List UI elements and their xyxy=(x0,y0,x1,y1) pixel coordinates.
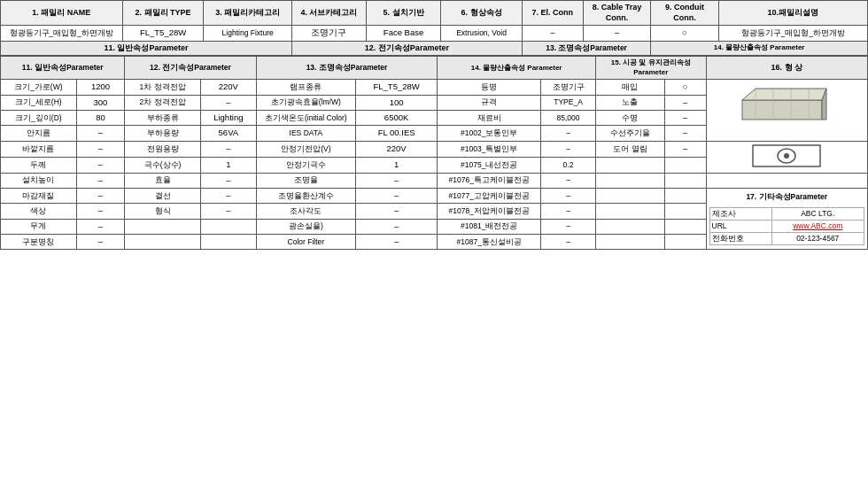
url-label: URL xyxy=(709,221,771,233)
right-col: 17. 기타속성Parameter 제조사 ABC LTG. URL www.A… xyxy=(706,188,867,249)
param-row: 마감재질–결선–조명율환산계수–#1077_고압케이블전공–17. 기타속성Pa… xyxy=(1,188,868,203)
elec-label: 부하용량 xyxy=(125,126,201,141)
elec-label: 2차 정격전압 xyxy=(125,95,201,110)
maint-value: – xyxy=(664,126,706,141)
light-label: Color Filter xyxy=(256,234,355,249)
light-label: 조명율환산계수 xyxy=(256,188,355,203)
light-value: – xyxy=(355,204,437,219)
elec-label xyxy=(125,234,201,249)
col7-header: 7. El. Conn xyxy=(522,1,583,26)
light-value: 100 xyxy=(355,95,437,110)
phone-value: 02-123-4567 xyxy=(771,233,864,245)
maint-label xyxy=(595,234,664,249)
col5-header: 5. 설치기반 xyxy=(367,1,441,26)
qty-label: #1075_내선전공 xyxy=(438,157,541,173)
param-row: 설치높이–효율–조명율–#1076_특고케이블전공– xyxy=(1,173,868,188)
param-row: 크기_가로(W)12001차 정격전압220V램프종류FL_T5_28W등명조명… xyxy=(1,80,868,95)
family-install: Face Base xyxy=(367,26,441,41)
family-type: FL_T5_28W xyxy=(122,26,204,41)
light-label: 조사각도 xyxy=(256,204,355,219)
general-label: 색상 xyxy=(1,204,77,219)
elec-label: 극수(상수) xyxy=(125,157,201,173)
qty-label: #1002_보통인부 xyxy=(438,126,541,141)
qty-value: – xyxy=(541,141,596,157)
general-value: – xyxy=(76,157,125,173)
family-category: Lighting Fixture xyxy=(204,26,291,41)
light-label: 초기광속효율(lm/W) xyxy=(256,95,355,110)
qty-value: – xyxy=(541,234,596,249)
light-label: 조명율 xyxy=(256,173,355,188)
light-value: 1 xyxy=(355,157,437,173)
svg-marker-1 xyxy=(742,89,826,100)
params-table: 11. 일반속성Parameter 12. 전기속성Parameter 13. … xyxy=(0,56,868,250)
qty-label: 등명 xyxy=(438,80,541,95)
maint-label: 매입 xyxy=(595,80,664,95)
s12-label: 12. 전기속성Parameter xyxy=(125,57,256,80)
general-label: 마감재질 xyxy=(1,188,77,203)
family-shape: Extrusion, Void xyxy=(441,26,523,41)
qty-value: – xyxy=(541,173,596,188)
section2-header-row: 11. 일반속성Parameter 12. 전기속성Parameter 13. … xyxy=(1,41,868,56)
qty-value: – xyxy=(541,204,596,219)
col4-header: 4. 서브카테고리 xyxy=(291,1,366,26)
family-cable: – xyxy=(583,26,650,41)
general-label: 설치높이 xyxy=(1,173,77,188)
light-label: 램프종류 xyxy=(256,80,355,95)
phone-label: 전화번호 xyxy=(709,233,771,245)
maint-label xyxy=(595,157,664,173)
general-label: 구분명칭 xyxy=(1,234,77,249)
maint-value: – xyxy=(664,110,706,125)
col1-header: 1. 패밀리 NAME xyxy=(1,1,123,26)
maint-value xyxy=(664,204,706,219)
qty-value: – xyxy=(541,188,596,203)
col2-header: 2. 패밀리 TYPE xyxy=(122,1,204,26)
url-value[interactable]: www.ABC.com xyxy=(771,221,864,233)
general-value: – xyxy=(76,234,125,249)
right-col xyxy=(706,141,867,173)
maint-label: 수명 xyxy=(595,110,664,125)
main-table: 1. 패밀리 NAME 2. 패밀리 TYPE 3. 패밀리카테고리 4. 서브… xyxy=(0,0,868,56)
maint-label: 수선주기율 xyxy=(595,126,664,141)
s14-header: 14. 물량산출속성 Parameter xyxy=(651,41,868,56)
light-value: – xyxy=(355,188,437,203)
qty-value: 0.2 xyxy=(541,157,596,173)
qty-label: #1078_저압케이블전공 xyxy=(438,204,541,219)
elec-label: 전원용량 xyxy=(125,141,201,157)
general-value: – xyxy=(76,141,125,157)
s15-label: 15. 시공 및 유지관리속성 Parameter xyxy=(595,57,706,80)
elec-label: 형식 xyxy=(125,204,201,219)
light-value: – xyxy=(355,234,437,249)
elec-value: – xyxy=(200,188,256,203)
maint-label xyxy=(595,219,664,234)
light-value: – xyxy=(355,173,437,188)
light-label: 안정기극수 xyxy=(256,157,355,173)
maint-value: – xyxy=(664,95,706,110)
family-data-row: 형광등기구_매입형_하면개방 FL_T5_28W Lighting Fixtur… xyxy=(1,26,868,41)
family-conduit: ○ xyxy=(651,26,718,41)
general-value: – xyxy=(76,126,125,141)
qty-value: 조명기구 xyxy=(541,80,596,95)
maint-value xyxy=(664,188,706,203)
elec-value xyxy=(200,219,256,234)
general-label: 무게 xyxy=(1,219,77,234)
family-elconn: – xyxy=(522,26,583,41)
maint-label: 노출 xyxy=(595,95,664,110)
general-value: – xyxy=(76,219,125,234)
family-desc: 형광등기구_매입형_하면개방 xyxy=(718,26,867,41)
param-row: 바깥지름–전원용량–안정기전압(V)220V#1003_특별인부–도어 열림– xyxy=(1,141,868,157)
maint-value xyxy=(664,234,706,249)
elec-value: 1 xyxy=(200,157,256,173)
light-value: – xyxy=(355,219,437,234)
s11-label: 11. 일반속성Parameter xyxy=(1,57,125,80)
general-value: – xyxy=(76,173,125,188)
qty-label: #1003_특별인부 xyxy=(438,141,541,157)
family-name: 형광등기구_매입형_하면개방 xyxy=(1,26,123,41)
elec-value: – xyxy=(200,173,256,188)
col6-header: 6. 형상속성 xyxy=(441,1,523,26)
light-label: 광손실율) xyxy=(256,219,355,234)
light-label: 안정기전압(V) xyxy=(256,141,355,157)
s16-label: 16. 형 상 xyxy=(706,57,867,80)
general-label: 크기_깊이(D) xyxy=(1,110,77,125)
s13-header: 13. 조명속성Parameter xyxy=(522,41,650,56)
maint-value: ○ xyxy=(664,80,706,95)
